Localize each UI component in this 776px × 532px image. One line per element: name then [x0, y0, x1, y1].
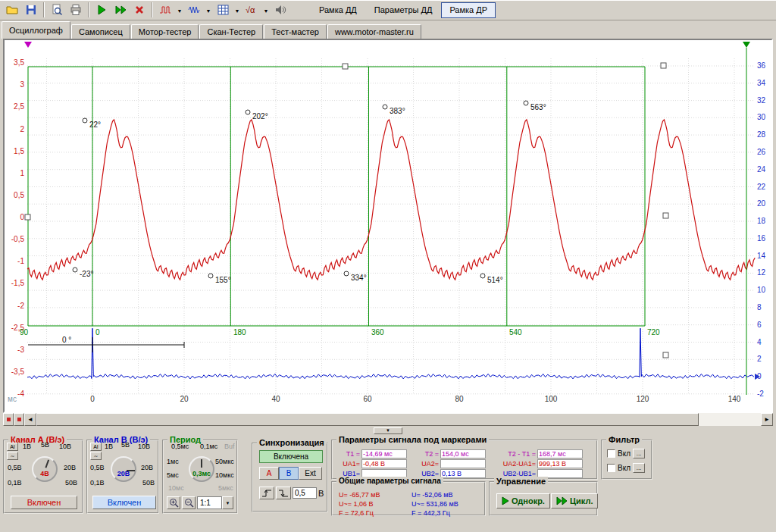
degree-point-marker[interactable] — [73, 268, 77, 272]
stop-button[interactable] — [130, 2, 149, 18]
collapse-panel-button[interactable]: ▼ — [374, 427, 402, 434]
channel-b-power-button[interactable]: Включен — [92, 496, 156, 509]
svg-text:1,5: 1,5 — [14, 147, 24, 155]
filter-b-checkbox[interactable] — [607, 464, 615, 472]
horizontal-scrollbar[interactable]: ◄ ► — [3, 413, 773, 426]
scale-label: 20В — [141, 464, 153, 471]
channel-a-power-button[interactable]: Включен — [11, 496, 77, 509]
marker-t2-handle[interactable] — [743, 42, 750, 48]
scroll-left-button[interactable]: ◄ — [24, 413, 36, 426]
slope-rising-button[interactable] — [259, 487, 274, 499]
grid-button[interactable] — [214, 2, 232, 18]
oscilloscope-plot[interactable]: 3,532,521,510,50-0,5-1-1,5-2-2,5-3-3,5-4… — [5, 40, 771, 412]
period-knob[interactable]: 0,3мс — [189, 456, 214, 482]
tab-motor-tester[interactable]: Мотор-тестер — [131, 24, 199, 39]
marker-jump-left-button[interactable] — [3, 413, 14, 426]
channel-a-signal-button[interactable] — [156, 2, 174, 18]
degree-point-marker[interactable] — [83, 118, 87, 123]
svg-text:-3: -3 — [17, 346, 24, 354]
zoom-ratio-select[interactable]: 1:1 ▼ — [197, 496, 233, 509]
svg-text:2: 2 — [20, 125, 24, 133]
sync-level-input[interactable] — [293, 487, 317, 499]
frame-handle[interactable] — [661, 63, 666, 68]
tab-oscilloscope[interactable]: Осциллограф — [2, 21, 70, 39]
oscilloscope-plot-area[interactable]: 3,532,521,510,50-0,5-1-1,5-2-2,5-3-3,5-4… — [3, 39, 773, 413]
scrollbar-track[interactable] — [699, 413, 761, 426]
channel-b-signal-button[interactable] — [185, 2, 203, 18]
grid-dropdown[interactable]: ▼ — [233, 2, 242, 18]
degree-point-marker[interactable] — [246, 110, 250, 114]
svg-text:514°: 514° — [487, 276, 503, 284]
single-run-button[interactable]: Однокр. — [496, 493, 550, 509]
degree-point-marker[interactable] — [524, 101, 528, 105]
sync-source-b-button[interactable]: В — [279, 467, 299, 480]
channel-a-knob[interactable]: 4В — [32, 456, 58, 482]
channel-a-mode-button[interactable]: ∼ — [7, 452, 18, 460]
marker-jump-right-button[interactable] — [14, 413, 24, 426]
math-button[interactable]: √α — [242, 2, 261, 18]
tab-test-master[interactable]: Тест-мастер — [264, 24, 327, 39]
filter-a-checkbox[interactable] — [607, 449, 615, 458]
sync-source-ext-button[interactable]: Ext — [299, 467, 322, 480]
svg-text:140: 140 — [728, 395, 741, 403]
save-button[interactable] — [22, 2, 40, 18]
cycle-run-button[interactable]: Цикл. — [551, 493, 598, 509]
tab-scan-tester[interactable]: Скан-Тестер — [199, 24, 263, 39]
frame-handle[interactable] — [663, 352, 668, 358]
degree-point-marker[interactable] — [208, 274, 213, 278]
marker-params-row-time: Т1 =-14,69 мс Т2 =154,0 мс Т2 - Т1 =168,… — [337, 449, 583, 458]
tab-website[interactable]: www.motor-master.ru — [327, 24, 421, 39]
filter-b-options-button[interactable]: ... — [633, 463, 645, 473]
scroll-right-button[interactable]: ► — [761, 413, 773, 426]
params-dd-button[interactable]: Параметры ДД — [366, 2, 441, 18]
frame-handle[interactable] — [343, 64, 348, 69]
frame-handle[interactable] — [25, 214, 30, 220]
scale-label: 0,1В — [90, 479, 105, 487]
svg-text:1: 1 — [20, 169, 24, 177]
dt-value: 168,7 мс — [537, 449, 583, 458]
channel-b-mode-button[interactable]: ∼ — [90, 452, 102, 460]
scrollbar-thumb[interactable] — [36, 413, 699, 426]
degree-point-marker[interactable] — [344, 271, 349, 276]
tab-recorder[interactable]: Самописец — [71, 24, 130, 39]
degree-point-marker[interactable] — [480, 274, 485, 278]
svg-text:3: 3 — [20, 80, 24, 89]
svg-text:0: 0 — [20, 213, 24, 221]
svg-text:100: 100 — [545, 395, 558, 403]
chevron-down-icon[interactable]: ▼ — [222, 496, 233, 509]
zoom-in-button[interactable] — [167, 496, 180, 509]
channel-b-coupling-button[interactable]: АI — [90, 443, 102, 451]
toolbar: ▼ ▼ ▼ √α ▼ Рамка ДД Параметры ДД Рамка Д… — [0, 0, 776, 20]
channel-b-knob[interactable]: 20В — [111, 456, 136, 482]
start-loop-button[interactable] — [111, 2, 130, 18]
sound-button[interactable] — [271, 2, 289, 18]
degree-point-marker[interactable] — [383, 105, 387, 109]
channel-b-group: Канал B (В/э) АI ∼ 1В 5В 10В 0,5В 20В 0,… — [86, 440, 159, 514]
svg-text:-1: -1 — [17, 257, 24, 265]
channel-b-signal-dropdown[interactable]: ▼ — [204, 2, 213, 18]
preview-button[interactable] — [48, 2, 66, 18]
frame-dr-button[interactable]: Рамка ДР — [441, 2, 496, 18]
frame-handle[interactable] — [663, 213, 668, 218]
open-button[interactable] — [3, 2, 21, 18]
sync-enabled-button[interactable]: Включена — [259, 450, 323, 463]
zoom-row: 1:1 ▼ — [167, 496, 233, 509]
filter-a-label: Вкл — [618, 449, 630, 458]
frame-dd-button[interactable]: Рамка ДД — [311, 2, 365, 18]
marker-t1-handle[interactable] — [24, 42, 32, 48]
math-dropdown[interactable]: ▼ — [261, 2, 271, 18]
channel-a-freq-value: F = 72,6 Гц — [339, 509, 380, 518]
svg-text:-1,5: -1,5 — [11, 279, 25, 287]
print-button[interactable] — [67, 2, 85, 18]
channel-a-ac-value: U~= 1,06 В — [339, 499, 380, 509]
sync-source-a-button[interactable]: А — [259, 467, 279, 480]
slope-falling-button[interactable] — [276, 487, 291, 499]
period-knob-value: 0,3мс — [190, 470, 213, 477]
channel-a-coupling-button[interactable]: АI — [7, 443, 18, 451]
filter-title: Фильтр — [606, 435, 642, 444]
start-button[interactable] — [92, 2, 111, 18]
filter-a-options-button[interactable]: ... — [633, 449, 645, 458]
svg-text:24: 24 — [757, 165, 766, 174]
zoom-out-button[interactable] — [182, 496, 196, 509]
channel-a-signal-dropdown[interactable]: ▼ — [175, 2, 184, 18]
